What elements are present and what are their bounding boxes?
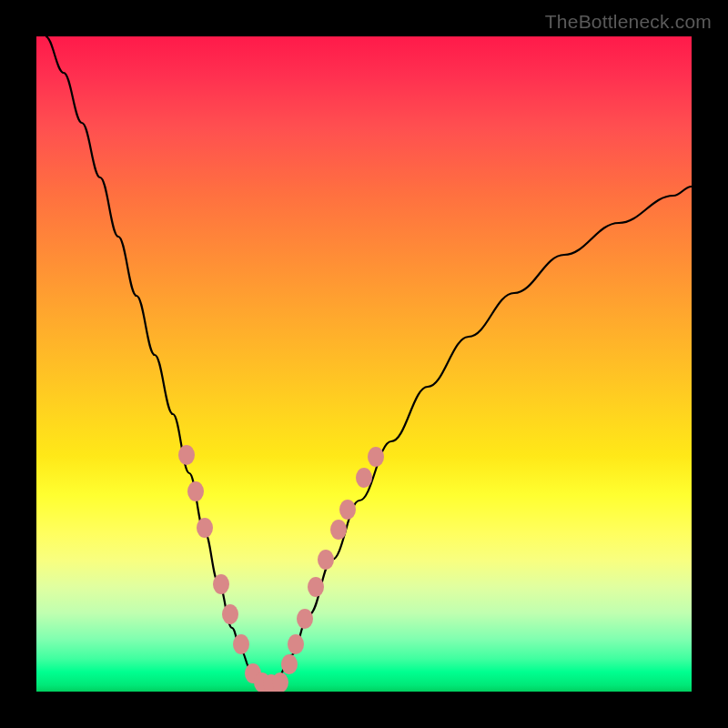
data-point <box>339 500 356 520</box>
data-point <box>368 447 384 467</box>
chart-area <box>36 36 692 692</box>
data-points-group <box>178 445 384 692</box>
data-point <box>318 550 334 570</box>
watermark-text: TheBottleneck.com <box>545 11 712 33</box>
data-point <box>281 654 298 674</box>
data-point <box>178 445 195 465</box>
data-point <box>233 634 249 654</box>
data-point <box>197 518 213 538</box>
data-point <box>213 574 229 594</box>
data-point <box>288 634 304 654</box>
data-point <box>272 672 288 692</box>
data-point <box>297 609 313 629</box>
data-point <box>330 520 347 540</box>
data-point <box>356 468 372 488</box>
data-point <box>222 604 238 624</box>
data-point <box>308 577 324 597</box>
data-points-overlay <box>36 36 692 692</box>
data-point <box>187 481 204 501</box>
